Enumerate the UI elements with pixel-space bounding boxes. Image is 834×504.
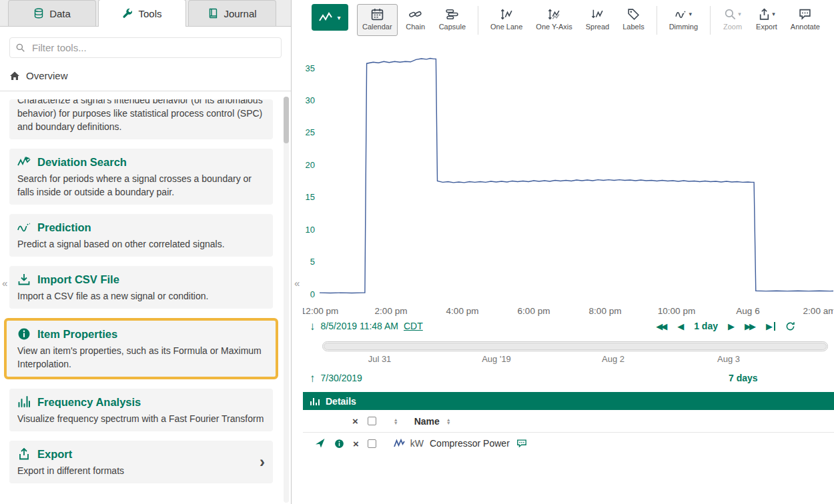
toolbar-button-label: Annotate (791, 23, 820, 31)
toolbar-button-label: Labels (622, 23, 644, 31)
tool-card-prediction[interactable]: Prediction Predict a signal based on oth… (9, 214, 273, 257)
sort-icon[interactable]: ▲▼ (446, 418, 451, 425)
annotate-bubble-icon (799, 8, 811, 21)
one-lane-icon (500, 8, 513, 21)
y-axis-label: 10 (306, 225, 315, 235)
step-size-label[interactable]: 1 day (694, 321, 718, 331)
select-all-checkbox[interactable] (368, 417, 376, 425)
tool-title: Frequency Analysis (37, 395, 141, 409)
investigate-range-duration[interactable]: 7 days (729, 373, 758, 383)
x-axis-label: 12:00 pm (303, 306, 338, 316)
toolbar-button-label: Capsule (439, 23, 466, 31)
deviation-search-icon (17, 155, 31, 169)
pointer-arrow-icon[interactable] (315, 438, 326, 449)
tab-label: Journal (224, 8, 256, 19)
toolbar-button-spread[interactable]: Spread (580, 4, 614, 36)
view-mode-button[interactable]: ▾ (312, 4, 348, 31)
toolbar-button-one-y-axis[interactable]: One Y-Axis (530, 4, 577, 36)
tool-description: View an item's properties, such as its F… (17, 344, 265, 371)
remove-all-icon[interactable]: × (352, 416, 358, 426)
item-properties-info-icon (17, 327, 31, 341)
trend-chart[interactable]: 0510152025303512:00 pm2:00 pm4:00 pm6:00… (303, 38, 833, 319)
sidebar-scrollbar[interactable] (284, 97, 289, 503)
tab-journal[interactable]: Journal (188, 0, 276, 26)
caret-down-icon: ▾ (772, 11, 775, 17)
toolbar-button-label: Export (756, 23, 777, 31)
tab-label: Tools (138, 8, 161, 19)
submenu-chevron-icon: › (260, 454, 265, 470)
y-axis-label: 25 (306, 127, 315, 137)
spread-icon (591, 8, 604, 21)
tab-tools[interactable]: Tools (98, 0, 186, 27)
auto-update-icon[interactable] (785, 321, 795, 331)
x-axis-label: 2:00 pm (375, 306, 408, 316)
step-forward-fast-button[interactable]: ▶▶ (745, 322, 756, 331)
display-range-start-link[interactable]: 8/5/2019 11:48 AM (321, 321, 399, 331)
toolbar-button-capsule[interactable]: Capsule (434, 4, 471, 36)
display-range-controls: ↓ 8/5/2019 11:48 AM CDT ◀◀ ◀ 1 day ▶ ▶▶ … (303, 317, 834, 335)
toolbar-button-chain[interactable]: Chain (400, 4, 431, 36)
y-axis-label: 0 (310, 289, 315, 299)
collapse-sidebar-icon[interactable]: « (2, 278, 7, 288)
toolbar-button-annotate[interactable]: Annotate (785, 4, 825, 36)
timezone-link[interactable]: CDT (404, 321, 423, 331)
scrollbar-thumb[interactable] (284, 97, 289, 143)
home-icon (9, 71, 20, 81)
sort-icon[interactable]: ▲▼ (394, 418, 398, 425)
step-to-now-button[interactable]: ▶ (766, 322, 775, 331)
toolbar-separator (657, 6, 657, 35)
overview-link[interactable]: Overview (0, 63, 291, 91)
tag-icon (627, 8, 640, 21)
tool-card-item-properties[interactable]: Item Properties View an item's propertie… (4, 318, 278, 379)
trend-toolbar: ▾ Calendar Chain Capsule One Lane O (303, 0, 834, 38)
step-back-fast-button[interactable]: ◀◀ (656, 322, 667, 331)
overview-axis-label: Aug 2 (602, 354, 624, 364)
overview-range-scrollbar[interactable] (322, 341, 828, 351)
remove-item-icon[interactable]: × (353, 439, 359, 449)
tool-card-boundaries[interactable]: Characterize a signal's intended behavio… (9, 99, 273, 139)
details-title: Details (326, 396, 356, 407)
tool-card-frequency-analysis[interactable]: Frequency Analysis Visualize frequency s… (9, 389, 273, 431)
tool-description: Export in different formats (17, 464, 265, 477)
toolbar-button-label: One Lane (490, 23, 522, 31)
tool-title: Deviation Search (37, 155, 127, 169)
range-slider-handle[interactable] (324, 343, 827, 350)
toolbar-button-label: Dimming (669, 23, 698, 31)
filter-tools-input[interactable] (9, 37, 282, 58)
toolbar-button-zoom[interactable]: ▾ Zoom (717, 4, 748, 36)
tool-card-deviation-search[interactable]: Deviation Search Search for periods wher… (9, 149, 273, 205)
tab-data[interactable]: Data (8, 0, 96, 26)
toolbar-button-label: One Y-Axis (536, 23, 572, 31)
toolbar-button-label: Chain (406, 23, 425, 31)
x-axis-label: 8:00 pm (589, 306, 622, 316)
annotation-bubble-icon[interactable] (516, 438, 527, 449)
step-back-button[interactable]: ◀ (677, 322, 684, 331)
tool-card-import-csv-file[interactable]: Import CSV File Import a CSV file as a n… (9, 266, 273, 309)
toolbar-button-export[interactable]: ▾ Export (751, 4, 783, 36)
toolbar-button-dimming[interactable]: ▾ Dimming (664, 4, 703, 36)
wrench-icon (122, 8, 133, 19)
name-column-header[interactable]: Name (414, 416, 440, 427)
overview-axis-label: Aug 3 (717, 354, 740, 364)
step-forward-button[interactable]: ▶ (728, 322, 735, 331)
tool-list: Characterize a signal's intended behavio… (0, 91, 291, 483)
toolbar-button-labels[interactable]: Labels (617, 4, 649, 36)
toolbar-button-one-lane[interactable]: One Lane (485, 4, 528, 36)
x-axis-label: 6:00 pm (518, 306, 550, 316)
sidebar-tabs: Data Tools Journal (0, 0, 291, 27)
details-table-header: × ▲▼ Name ▲▼ (303, 410, 834, 433)
toolbar-button-label: Zoom (723, 23, 742, 31)
export-icon (17, 447, 31, 461)
collapse-panel-icon[interactable]: « (294, 278, 300, 288)
toolbar-button-label: Calendar (362, 23, 392, 31)
toolbar-button-calendar[interactable]: Calendar (357, 4, 398, 36)
tool-card-export[interactable]: Export Export in different formats › (9, 441, 273, 483)
filter-tools (9, 37, 282, 58)
trend-line (320, 59, 833, 293)
import-csv-icon (17, 273, 31, 286)
item-info-icon[interactable] (334, 439, 344, 449)
details-table-row[interactable]: × kW Compressor Power (303, 433, 834, 454)
row-checkbox[interactable] (368, 439, 376, 448)
investigate-range-start-link[interactable]: 7/30/2019 (321, 373, 362, 383)
toolbar-separator (478, 6, 478, 35)
